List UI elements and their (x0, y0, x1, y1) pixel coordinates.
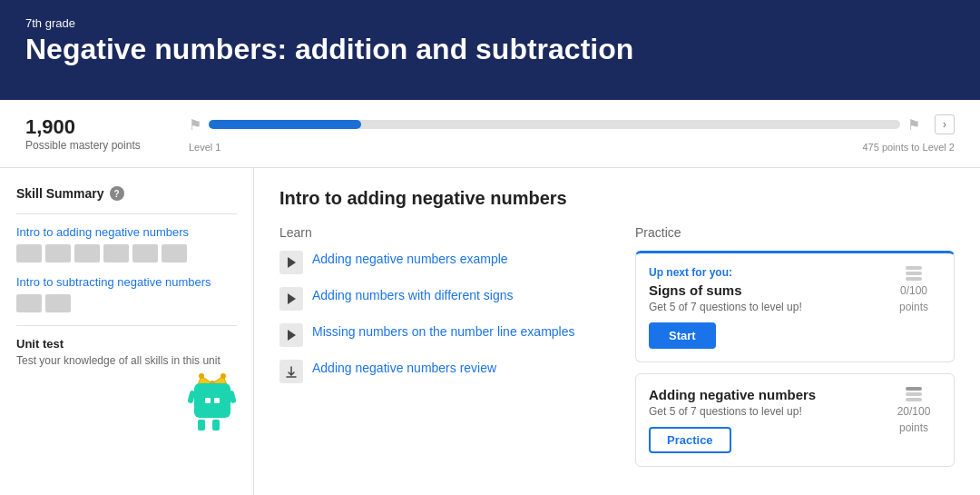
points-bar-s1 (906, 387, 922, 391)
learn-item-2[interactable]: Adding numbers with different signs (279, 287, 599, 311)
progress-labels: Level 1 475 points to Level 2 (189, 142, 955, 153)
help-icon[interactable]: ? (110, 186, 124, 201)
flag-right-icon: ⚑ (907, 116, 920, 134)
download-button-4[interactable] (279, 360, 303, 383)
video-thumb-2 (45, 244, 71, 262)
mascot-eye-right (214, 398, 220, 403)
sidebar-unit-test[interactable]: Unit test Test your knowledge of all ski… (16, 337, 237, 429)
practice-card-2-points-text: 20/100 (897, 405, 931, 418)
sidebar: Skill Summary ? Intro to adding negative… (0, 168, 254, 495)
level-left-label: Level 1 (189, 142, 220, 153)
sidebar-item-intro-subtracting-title[interactable]: Intro to subtracting negative numbers (16, 275, 237, 289)
points-bar-2 (906, 272, 922, 275)
play-button-2[interactable] (279, 287, 303, 311)
video-thumb-s1 (16, 294, 42, 312)
practice-card-2-subtitle: Get 5 of 7 questions to level up! (649, 405, 877, 418)
mastery-points-block: 1,900 Possible mastery points (25, 115, 152, 152)
progress-bar-container: ⚑ ⚑ › Level 1 475 points to Level 2 (189, 114, 955, 153)
learn-item-1[interactable]: Adding negative numbers example (279, 251, 599, 274)
start-button[interactable]: Start (649, 322, 716, 349)
learn-item-1-text[interactable]: Adding negative numbers example (312, 251, 508, 268)
points-bar-s2 (906, 392, 922, 396)
learn-column: Learn Adding negative numbers example Ad… (279, 225, 599, 478)
mascot (187, 374, 237, 429)
level-right-label: 475 points to Level 2 (862, 142, 955, 153)
content-area: Intro to adding negative numbers Learn A… (254, 168, 980, 495)
practice-card-1-title: Signs of sums (649, 282, 877, 298)
video-thumb-1 (16, 244, 42, 262)
mascot-container (16, 374, 237, 429)
grade-label: 7th grade (25, 16, 955, 30)
learn-item-3[interactable]: Missing numbers on the number line examp… (279, 323, 599, 347)
play-button-3[interactable] (279, 323, 303, 347)
page-title: Negative numbers: addition and subtracti… (25, 34, 955, 65)
learn-item-2-text[interactable]: Adding numbers with different signs (312, 287, 514, 304)
practice-column: Practice Up next for you: Signs of sums … (635, 225, 955, 478)
practice-card-1: Up next for you: Signs of sums Get 5 of … (635, 251, 955, 362)
video-thumb-3 (74, 244, 100, 262)
svg-marker-4 (288, 257, 296, 268)
play-button-1[interactable] (279, 251, 303, 274)
points-bar-s3 (906, 398, 922, 401)
learn-col-label: Learn (279, 225, 599, 240)
progress-track (209, 120, 900, 129)
practice-col-label: Practice (635, 225, 955, 240)
practice-card-2: Adding negative numbers Get 5 of 7 quest… (635, 373, 955, 467)
practice-card-1-points-label: points (899, 301, 928, 313)
practice-card-1-points: 0/100 points (887, 266, 941, 313)
practice-card-2-points-label: points (899, 421, 928, 434)
progress-section: 1,900 Possible mastery points ⚑ ⚑ › Leve… (0, 100, 980, 168)
video-thumb-4 (103, 244, 129, 262)
learn-item-4[interactable]: Adding negative numbers review (279, 360, 599, 383)
flag-left-icon: ⚑ (189, 116, 201, 134)
content-title: Intro to adding negative numbers (279, 188, 955, 209)
sidebar-item-intro-adding-thumbs (16, 244, 237, 262)
unit-test-desc: Test your knowledge of all skills in thi… (16, 354, 237, 367)
sidebar-divider-2 (16, 325, 237, 326)
practice-card-2-info: Adding negative numbers Get 5 of 7 quest… (649, 387, 877, 453)
sidebar-item-subtracting-thumbs (16, 294, 237, 312)
progress-chevron-button[interactable]: › (935, 114, 955, 134)
progress-bar-row: ⚑ ⚑ › (189, 114, 955, 134)
mascot-leg-left (198, 420, 205, 431)
learn-item-3-text[interactable]: Missing numbers on the number line examp… (312, 323, 574, 341)
mascot-legs (198, 420, 220, 431)
mascot-leg-right (212, 420, 220, 431)
unit-test-title: Unit test (16, 337, 237, 351)
mastery-points-value: 1,900 (25, 115, 152, 139)
main-layout: Skill Summary ? Intro to adding negative… (0, 168, 980, 495)
svg-point-3 (220, 373, 226, 379)
mastery-points-label: Possible mastery points (25, 139, 152, 152)
up-next-label: Up next for you: (649, 266, 877, 279)
video-thumb-6 (162, 244, 187, 262)
practice-button[interactable]: Practice (649, 427, 731, 453)
sidebar-item-intro-adding-title[interactable]: Intro to adding negative numbers (16, 225, 237, 239)
practice-card-2-points: 20/100 points (887, 387, 941, 434)
practice-card-2-title: Adding negative numbers (649, 387, 877, 402)
points-icon-2 (906, 387, 922, 401)
points-bar-1 (906, 266, 922, 270)
skill-summary-label: Skill Summary (16, 186, 104, 201)
learn-item-4-text[interactable]: Adding negative numbers review (312, 360, 496, 377)
svg-marker-5 (288, 293, 296, 304)
two-col-layout: Learn Adding negative numbers example Ad… (279, 225, 955, 478)
points-icon-1 (906, 266, 922, 281)
video-thumb-s2 (45, 294, 71, 312)
mascot-eye-left (205, 398, 211, 403)
video-thumb-5 (132, 244, 158, 262)
practice-card-1-subtitle: Get 5 of 7 questions to level up! (649, 301, 877, 313)
svg-marker-6 (288, 330, 296, 341)
practice-card-1-info: Up next for you: Signs of sums Get 5 of … (649, 266, 877, 349)
sidebar-item-intro-subtracting[interactable]: Intro to subtracting negative numbers (16, 275, 237, 312)
page-header: 7th grade Negative numbers: addition and… (0, 0, 980, 100)
practice-card-1-points-text: 0/100 (900, 284, 927, 297)
sidebar-item-intro-adding[interactable]: Intro to adding negative numbers (16, 225, 237, 262)
progress-fill (209, 120, 361, 129)
skill-summary-header: Skill Summary ? (16, 186, 237, 201)
points-bar-3 (906, 277, 922, 281)
svg-point-1 (199, 373, 204, 379)
mascot-body (194, 383, 230, 418)
sidebar-divider-1 (16, 213, 237, 214)
